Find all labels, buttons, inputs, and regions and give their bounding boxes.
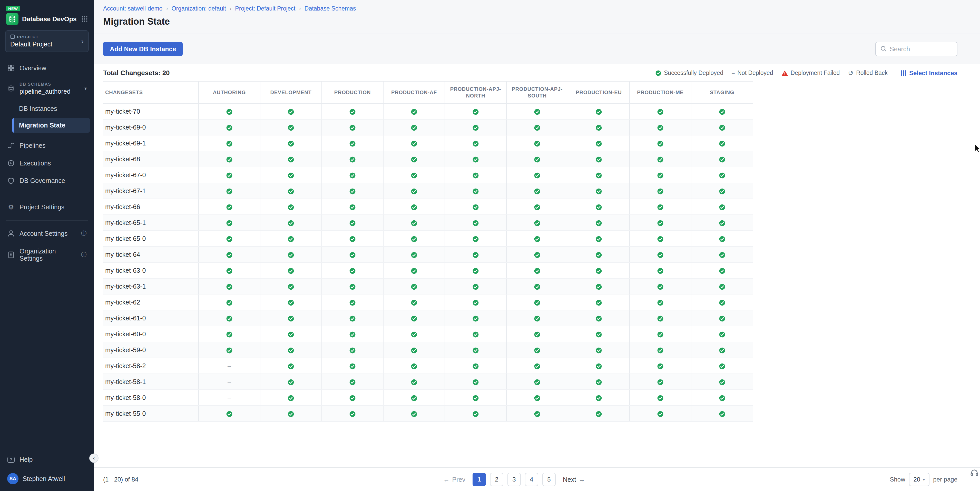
status-deployed — [506, 358, 568, 374]
status-deployed — [199, 230, 260, 246]
user-name: Stephen Atwell — [22, 475, 65, 483]
status-check-icon — [595, 331, 602, 338]
status-check-icon — [657, 315, 664, 322]
breadcrumb-organization[interactable]: Organization: default — [172, 5, 226, 12]
status-check-icon — [288, 172, 294, 179]
status-check-icon — [719, 299, 725, 306]
organization-icon — [7, 251, 15, 258]
sidebar-item-db-governance[interactable]: DB Governance — [0, 172, 94, 189]
status-check-icon — [472, 140, 479, 147]
status-check-icon — [288, 315, 294, 322]
status-deployed — [630, 294, 691, 310]
status-check-icon — [349, 252, 356, 258]
status-check-icon — [411, 347, 417, 354]
database-devops-logo-icon — [6, 13, 19, 25]
info-icon: ⓘ — [81, 252, 87, 257]
status-check-icon — [288, 108, 294, 115]
sidebar-item-project-settings[interactable]: ⚙ Project Settings — [0, 198, 94, 216]
search-box[interactable] — [875, 42, 958, 56]
next-page-button[interactable]: Next → — [563, 476, 585, 483]
sidebar-item-executions[interactable]: Executions — [0, 154, 94, 172]
status-check-icon — [534, 379, 541, 386]
toolbar: Add New DB Instance — [94, 34, 980, 64]
page-button-3[interactable]: 3 — [508, 473, 521, 486]
status-check-icon — [288, 395, 294, 402]
page-size-select[interactable]: 20 ▾ — [909, 473, 930, 486]
status-check-icon — [288, 283, 294, 290]
prev-page-button[interactable]: ← Prev — [443, 476, 465, 483]
db-schemas-submenu: DB Instances Migration State — [12, 101, 90, 133]
status-check-icon — [472, 188, 479, 195]
per-page-label: per page — [933, 476, 958, 483]
status-check-icon — [472, 379, 479, 386]
page-button-5[interactable]: 5 — [542, 473, 556, 486]
legend-rolled-back: ↺ Rolled Back — [848, 70, 888, 76]
status-check-icon — [719, 268, 725, 274]
status-deployed — [691, 262, 753, 278]
user-menu[interactable]: SA Stephen Atwell — [0, 469, 94, 489]
sidebar-item-help[interactable]: ? Help — [0, 451, 94, 469]
status-check-icon — [534, 220, 541, 227]
status-deployed — [260, 390, 322, 405]
sidebar-collapse-button[interactable]: ‹ — [89, 454, 99, 463]
status-check-icon — [657, 331, 664, 338]
sidebar-item-db-schemas[interactable]: DB SCHEMAS pipeline_authored ▾ — [0, 77, 94, 100]
status-check-icon — [534, 347, 541, 354]
status-check-icon — [349, 220, 356, 227]
project-selector[interactable]: PROJECT Default Project › — [5, 30, 89, 52]
changeset-name: my-ticket-67-1 — [103, 183, 199, 199]
module-grid-icon[interactable] — [81, 16, 88, 22]
page-button-1[interactable]: 1 — [473, 473, 486, 486]
sidebar-item-db-instances[interactable]: DB Instances — [12, 101, 90, 116]
column-header-production-apj-south: PRODUCTION-APJ-SOUTH — [506, 81, 568, 103]
sidebar-item-pipelines[interactable]: Pipelines — [0, 137, 94, 154]
status-check-icon — [288, 220, 294, 227]
total-changesets: Total Changesets: 20 — [103, 69, 170, 77]
add-db-instance-button[interactable]: Add New DB Instance — [103, 42, 183, 56]
status-check-icon — [472, 331, 479, 338]
select-instances-button[interactable]: Select Instances — [901, 70, 958, 77]
column-bars-icon — [901, 70, 906, 76]
status-deployed — [260, 278, 322, 294]
changeset-name: my-ticket-65-0 — [103, 230, 199, 246]
status-check-icon — [226, 188, 233, 195]
status-deployed — [322, 199, 383, 215]
table-row: my-ticket-67-1 — [103, 183, 753, 199]
status-check-icon — [411, 395, 417, 402]
status-deployed — [383, 326, 445, 342]
status-check-icon — [534, 268, 541, 274]
chevron-down-icon: ▾ — [84, 86, 87, 91]
sidebar-item-account-settings[interactable]: Account Settings ⓘ — [0, 225, 94, 242]
chevron-right-icon: › — [81, 38, 84, 45]
status-deployed — [383, 199, 445, 215]
breadcrumb-project[interactable]: Project: Default Project — [235, 5, 295, 12]
status-deployed — [260, 262, 322, 278]
status-deployed — [260, 374, 322, 390]
status-deployed — [691, 278, 753, 294]
status-check-icon — [595, 315, 602, 322]
search-input[interactable] — [890, 45, 952, 53]
status-check-icon — [411, 299, 417, 306]
status-deployed — [260, 151, 322, 167]
page-button-4[interactable]: 4 — [525, 473, 538, 486]
table-header-row: CHANGESETS AUTHORING DEVELOPMENT PRODUCT… — [103, 81, 753, 103]
sidebar-item-overview[interactable]: Overview — [0, 59, 94, 77]
status-check-icon — [472, 283, 479, 290]
status-deployed — [630, 167, 691, 183]
status-deployed — [506, 246, 568, 262]
status-deployed — [568, 183, 630, 199]
status-check-icon — [472, 204, 479, 211]
status-check-icon — [472, 252, 479, 258]
sidebar-item-organization-settings[interactable]: Organization Settings ⓘ — [0, 242, 94, 268]
sidebar-item-migration-state[interactable]: Migration State — [12, 118, 90, 133]
page-button-2[interactable]: 2 — [490, 473, 503, 486]
status-deployed — [506, 374, 568, 390]
breadcrumb-database-schemas[interactable]: Database Schemas — [304, 5, 356, 12]
status-deployed — [383, 183, 445, 199]
status-check-icon — [288, 236, 294, 242]
breadcrumb-account[interactable]: Account: satwell-demo — [103, 5, 162, 12]
status-deployed — [506, 167, 568, 183]
status-check-icon — [719, 140, 725, 147]
support-widget-icon[interactable] — [970, 469, 978, 479]
status-check-icon — [226, 252, 233, 258]
